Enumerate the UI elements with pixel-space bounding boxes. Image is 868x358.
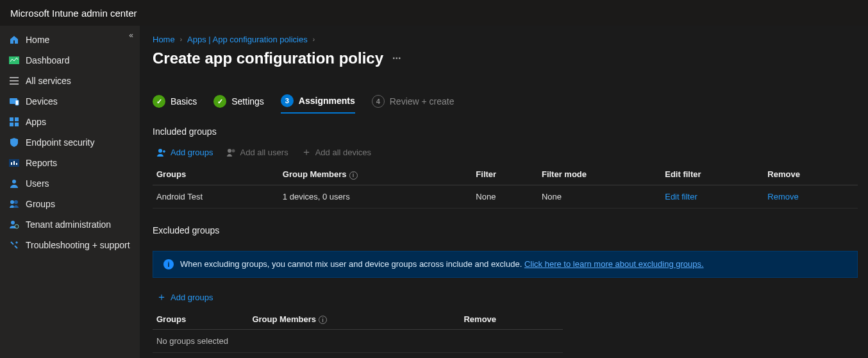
product-name: Microsoft Intune admin center [10, 8, 137, 19]
svg-rect-2 [15, 100, 19, 105]
cell-members: 1 devices, 0 users [279, 185, 472, 208]
sidebar-item-label: Home [26, 35, 49, 45]
excluded-groups-heading: Excluded groups [153, 225, 868, 235]
svg-rect-8 [11, 162, 12, 165]
svg-rect-10 [16, 163, 17, 165]
col-remove: Remove [460, 309, 563, 330]
sidebar-item-troubleshooting[interactable]: Troubleshooting + support [0, 235, 140, 255]
check-icon: ✓ [213, 95, 226, 108]
collapse-sidebar-icon[interactable]: « [129, 31, 133, 40]
breadcrumb: Home › Apps | App configuration policies… [153, 35, 868, 44]
dashboard-icon [9, 55, 19, 65]
sidebar-item-all-services[interactable]: All services [0, 71, 140, 91]
user-icon [9, 178, 19, 189]
cell-filter: None [472, 185, 538, 208]
col-members: Group Membersi [279, 164, 472, 185]
sidebar-item-users[interactable]: Users [0, 173, 140, 194]
info-icon[interactable]: i [349, 171, 358, 180]
sidebar-item-home[interactable]: Home [0, 30, 140, 50]
add-person-icon [156, 148, 167, 158]
action-label: Add groups [171, 293, 213, 302]
svg-point-17 [228, 149, 231, 153]
remove-link[interactable]: Remove [767, 192, 798, 201]
sidebar-item-groups[interactable]: Groups [0, 194, 140, 214]
svg-point-12 [10, 200, 14, 204]
action-label: Add all devices [315, 148, 371, 157]
included-actions: Add groups Add all users ＋ Add all devic… [156, 146, 868, 159]
home-icon [9, 35, 19, 45]
reports-icon [9, 158, 19, 168]
cell-group-name: Android Test [153, 185, 279, 208]
cell-filter-mode: None [538, 185, 661, 208]
add-all-devices-button[interactable]: ＋ Add all devices [301, 146, 371, 159]
svg-point-18 [231, 149, 235, 152]
svg-point-16 [158, 149, 162, 153]
step-number: 4 [372, 95, 385, 108]
edit-filter-link[interactable]: Edit filter [665, 192, 697, 201]
svg-point-14 [11, 221, 15, 225]
step-basics[interactable]: ✓ Basics [153, 94, 197, 114]
sidebar-item-label: Dashboard [26, 55, 70, 65]
sidebar-item-label: Endpoint security [26, 137, 94, 148]
plus-icon: ＋ [301, 146, 312, 159]
top-bar: Microsoft Intune admin center [0, 0, 868, 26]
col-groups: Groups [153, 164, 279, 185]
add-excluded-groups-button[interactable]: ＋ Add groups [156, 291, 213, 304]
step-settings[interactable]: ✓ Settings [213, 94, 264, 114]
svg-rect-4 [15, 117, 19, 121]
sidebar-item-label: Tenant administration [26, 219, 111, 230]
table-row-empty: No groups selected [153, 330, 563, 353]
add-all-users-button[interactable]: Add all users [226, 148, 288, 158]
more-actions-icon[interactable]: ··· [392, 53, 401, 64]
breadcrumb-home[interactable]: Home [153, 35, 175, 44]
plus-icon: ＋ [156, 291, 167, 304]
svg-rect-0 [9, 56, 19, 64]
shield-icon [9, 137, 19, 148]
breadcrumb-apps[interactable]: Apps | App configuration policies [187, 35, 308, 44]
empty-text: No groups selected [153, 330, 563, 353]
info-icon: i [163, 259, 174, 269]
svg-rect-5 [10, 123, 13, 126]
main-layout: « Home Dashboard All services Devices Ap… [0, 26, 868, 358]
svg-rect-9 [13, 161, 15, 165]
sidebar: « Home Dashboard All services Devices Ap… [0, 26, 140, 358]
page-title-row: Create app configuration policy ··· [153, 49, 868, 67]
sidebar-item-label: Devices [26, 96, 58, 107]
sidebar-item-label: Users [26, 178, 49, 189]
list-icon [9, 76, 19, 86]
groups-icon [9, 199, 19, 209]
content-area: Home › Apps | App configuration policies… [140, 26, 868, 358]
sidebar-item-label: Groups [26, 199, 55, 209]
sidebar-item-devices[interactable]: Devices [0, 91, 140, 112]
col-remove: Remove [764, 164, 858, 185]
sidebar-item-label: Apps [26, 117, 46, 127]
sidebar-item-endpoint-security[interactable]: Endpoint security [0, 132, 140, 153]
step-label: Review + create [390, 96, 455, 107]
col-members: Group Membersi [248, 309, 460, 330]
users-icon [226, 148, 237, 158]
included-groups-table: Groups Group Membersi Filter Filter mode… [153, 164, 858, 209]
step-label: Settings [231, 96, 264, 107]
sidebar-item-dashboard[interactable]: Dashboard [0, 50, 140, 71]
sidebar-item-label: All services [26, 76, 71, 86]
add-groups-button[interactable]: Add groups [156, 148, 213, 158]
col-edit-filter: Edit filter [661, 164, 764, 185]
sidebar-item-tenant-admin[interactable]: Tenant administration [0, 214, 140, 235]
sidebar-item-apps[interactable]: Apps [0, 112, 140, 132]
step-assignments[interactable]: 3 Assignments [281, 94, 355, 114]
info-icon[interactable]: i [319, 316, 327, 324]
info-learn-more-link[interactable]: Click here to learn more about excluding… [524, 259, 704, 269]
page-title: Create app configuration policy [153, 49, 383, 67]
svg-point-15 [15, 225, 19, 228]
step-label: Assignments [299, 96, 355, 106]
wrench-icon [9, 240, 19, 250]
col-filter: Filter [472, 164, 538, 185]
sidebar-item-reports[interactable]: Reports [0, 153, 140, 173]
devices-icon [9, 96, 19, 107]
excluded-groups-table: Groups Group Membersi Remove No groups s… [153, 309, 563, 354]
included-groups-heading: Included groups [153, 126, 868, 137]
step-number: 3 [281, 94, 294, 107]
svg-rect-6 [15, 123, 19, 126]
check-icon: ✓ [153, 95, 165, 108]
step-review-create[interactable]: 4 Review + create [372, 94, 455, 114]
